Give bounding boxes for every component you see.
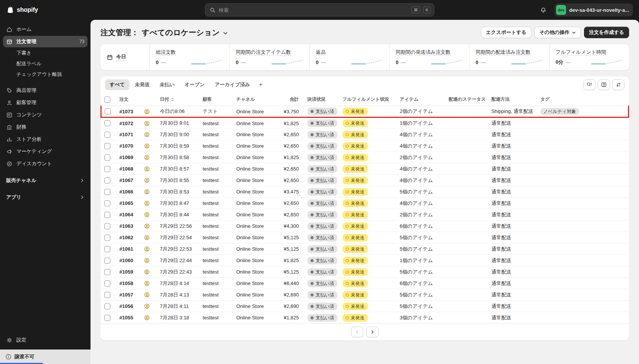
order-number[interactable]: #1056 [120, 303, 133, 309]
sidebar-item-marketing[interactable]: マーケティング [3, 146, 87, 157]
row-checkbox[interactable] [104, 200, 110, 206]
order-number[interactable]: #1061 [120, 246, 133, 252]
metric-fulfillment-time[interactable]: フルフィルメント時間 0分— [549, 44, 629, 70]
table-row[interactable]: #1068 7月30日 8:57 testtest Online Store ¥… [101, 163, 629, 175]
table-row[interactable]: #1071 7月30日 9:00 testtest Online Store ¥… [101, 129, 629, 140]
table-row[interactable]: #1058 7月28日 4:14 testtest Online Store ¥… [101, 278, 629, 289]
row-checkbox[interactable] [105, 108, 111, 114]
create-order-button[interactable]: 注文を作成する [584, 27, 629, 38]
sidebar-item-settings[interactable]: 設定 [3, 334, 87, 346]
row-checkbox[interactable] [104, 212, 110, 218]
sidebar-section-apps[interactable]: アプリ [3, 192, 87, 203]
row-checkbox[interactable] [104, 189, 110, 195]
order-number[interactable]: #1068 [120, 166, 133, 172]
table-row[interactable]: #1072 7月30日 9:01 testtest Online Store ¥… [101, 118, 629, 129]
sidebar-item-analytics[interactable]: ストア分析 [3, 134, 87, 145]
shopify-logo[interactable]: shopify [6, 6, 38, 14]
columns-button[interactable] [598, 79, 610, 90]
table-row[interactable]: #1060 7月29日 22:44 testtest Online Store … [101, 255, 629, 266]
transfer-status-banner[interactable]: 譲渡不可 [0, 350, 91, 364]
row-checkbox[interactable] [104, 269, 110, 275]
order-number[interactable]: #1072 [120, 121, 133, 126]
col-order[interactable]: 注文 [116, 93, 141, 106]
tab-unpaid[interactable]: 未払い [155, 79, 179, 90]
row-checkbox[interactable] [104, 132, 110, 138]
row-checkbox[interactable] [104, 292, 110, 298]
tab-open[interactable]: オープン [180, 79, 209, 90]
select-all-checkbox[interactable] [104, 97, 110, 103]
tab-all[interactable]: すべて [105, 79, 129, 90]
metric-delivered-orders[interactable]: 同期間の配達済み注文数 0— [469, 44, 549, 70]
sidebar-item-abandoned-checkouts[interactable]: チェックアウト離脱 [3, 69, 87, 79]
row-checkbox[interactable] [104, 303, 110, 309]
table-row[interactable]: #1067 7月30日 8:55 testtest Online Store ¥… [101, 175, 629, 186]
tab-unfulfilled[interactable]: 未発送 [130, 79, 154, 90]
table-row[interactable]: #1061 7月29日 22:53 testtest Online Store … [101, 243, 629, 255]
search-input[interactable] [219, 7, 409, 13]
add-view-button[interactable]: + [256, 79, 266, 90]
next-page-button[interactable] [366, 327, 379, 337]
metric-ordered-items[interactable]: 同期間の注文アイテム数 0— [229, 44, 309, 70]
order-number[interactable]: #1059 [120, 269, 133, 275]
row-checkbox[interactable] [104, 155, 110, 161]
row-checkbox[interactable] [104, 280, 110, 287]
row-checkbox[interactable] [104, 177, 110, 184]
table-row[interactable]: #1055 7月28日 3:18 testtest Online Store ¥… [101, 312, 629, 324]
order-number[interactable]: #1073 [120, 109, 133, 114]
col-shipping[interactable]: 配達方法 [489, 93, 537, 106]
table-row[interactable]: #1062 7月29日 22:54 testtest Online Store … [101, 232, 629, 243]
tab-archived[interactable]: アーカイブ済み [210, 79, 255, 90]
order-number[interactable]: #1066 [120, 189, 133, 195]
notifications-button[interactable] [537, 4, 549, 16]
col-total[interactable]: 合計 [275, 93, 304, 106]
sidebar-item-drafts[interactable]: 下書き [3, 48, 87, 58]
table-row[interactable]: #1066 7月30日 8:53 testtest Online Store ¥… [101, 186, 629, 198]
table-row[interactable]: #1056 7月28日 4:11 testtest Online Store ¥… [101, 301, 629, 312]
metric-total-orders[interactable]: 総注文数 0— [149, 44, 229, 70]
table-row[interactable]: #1069 7月30日 8:58 testtest Online Store ¥… [101, 152, 629, 163]
order-number[interactable]: #1060 [120, 258, 133, 263]
row-checkbox[interactable] [104, 166, 110, 172]
table-row[interactable]: #1065 7月30日 8:47 testtest Online Store ¥… [101, 198, 629, 209]
sort-button[interactable] [612, 79, 624, 90]
prev-page-button[interactable] [351, 327, 363, 337]
order-number[interactable]: #1058 [120, 280, 133, 286]
col-items[interactable]: アイテム [397, 93, 446, 106]
table-row[interactable]: #1057 7月28日 4:13 testtest Online Store ¥… [101, 289, 629, 301]
order-number[interactable]: #1069 [120, 155, 133, 160]
sidebar-item-content[interactable]: コンテンツ [3, 109, 87, 121]
row-checkbox[interactable] [104, 120, 110, 126]
location-selector[interactable]: すべてのロケーション [142, 27, 228, 38]
sidebar-item-customers[interactable]: 顧客管理 [3, 97, 87, 108]
order-number[interactable]: #1062 [120, 235, 133, 240]
order-number[interactable]: #1065 [120, 200, 133, 206]
order-number[interactable]: #1071 [120, 132, 133, 137]
sidebar-section-sales-channels[interactable]: 販売チャネル [3, 175, 87, 186]
col-customer[interactable]: 顧客 [200, 93, 233, 106]
sidebar-item-shipping-labels[interactable]: 配送ラベル [3, 59, 87, 69]
export-button[interactable]: エクスポートする [481, 27, 531, 38]
col-delivery-status[interactable]: 配達のステータス [446, 93, 489, 106]
col-tags[interactable]: タグ [537, 93, 629, 106]
row-checkbox[interactable] [104, 223, 110, 229]
more-actions-button[interactable]: その他の操作 [534, 27, 581, 38]
date-range-selector[interactable]: 今日 [100, 44, 149, 70]
global-search[interactable]: ⌘ K [205, 3, 434, 16]
table-row[interactable]: #1063 7月29日 22:56 testtest Online Store … [101, 221, 629, 232]
row-checkbox[interactable] [104, 258, 110, 264]
sidebar-item-finance[interactable]: 財務 [3, 121, 87, 133]
order-number[interactable]: #1055 [120, 315, 133, 321]
search-filter-button[interactable] [583, 79, 595, 90]
table-row[interactable]: #1059 7月29日 22:43 testtest Online Store … [101, 266, 629, 278]
row-checkbox[interactable] [104, 315, 110, 321]
metric-returns[interactable]: 返品 0— [309, 44, 389, 70]
col-channel[interactable]: チャネル [233, 93, 275, 106]
table-row[interactable]: #1073 今日の8:06 テスト Online Store ¥3,750 支払… [101, 106, 629, 118]
sidebar-item-discounts[interactable]: ディスカウント [3, 158, 87, 169]
table-row[interactable]: #1070 7月30日 8:59 testtest Online Store ¥… [101, 140, 629, 152]
order-number[interactable]: #1063 [120, 223, 133, 229]
col-payment[interactable]: 決済状況 [304, 93, 340, 106]
order-number[interactable]: #1070 [120, 143, 133, 149]
sidebar-item-products[interactable]: 商品管理 [3, 85, 87, 96]
col-date[interactable]: 日付 [157, 93, 200, 106]
